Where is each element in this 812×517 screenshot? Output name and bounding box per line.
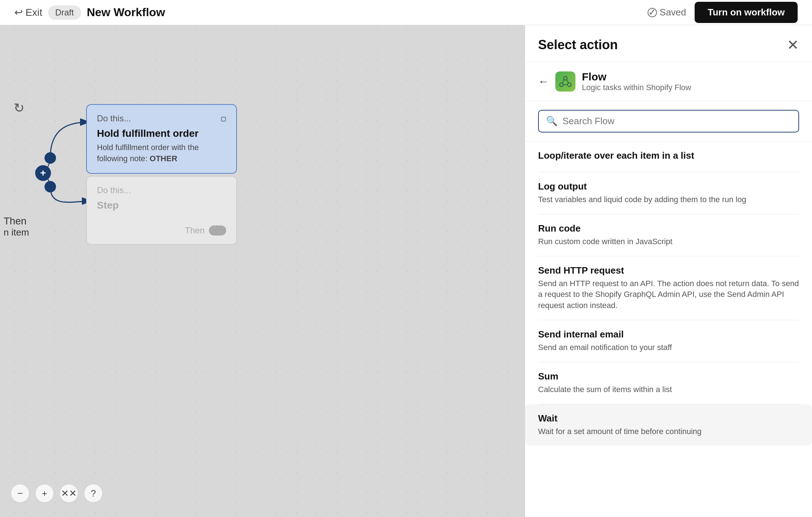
panel-title: Select action — [538, 37, 618, 52]
action-item[interactable]: Log outputTest variables and liquid code… — [538, 172, 799, 214]
saved-label: Saved — [660, 7, 686, 18]
flow-back-row: ← Flow Logic tasks within Shopify Flow — [525, 62, 812, 101]
flow-info: Flow Logic tasks within Shopify Flow — [582, 71, 799, 92]
svg-point-3 — [564, 76, 567, 80]
zoom-in-icon: + — [42, 488, 47, 499]
node-description: Hold fulfillment order with the followin… — [97, 142, 226, 164]
topbar-right: ✓ Saved Turn on workflow — [648, 2, 798, 23]
action-name: Run code — [538, 223, 799, 234]
action-item[interactable]: SumCalculate the sum of items within a l… — [538, 362, 799, 404]
action-item[interactable]: Send HTTP requestSend an HTTP request to… — [538, 256, 799, 320]
action-desc: Send an HTTP request to an API. The acti… — [538, 278, 799, 311]
action-item[interactable]: Loop/iterate over each item in a list — [538, 141, 799, 172]
zoom-out-button[interactable]: − — [11, 484, 29, 503]
fit-icon: ✕✕ — [61, 488, 77, 499]
exit-button[interactable]: ↩ Exit — [14, 6, 42, 18]
hold-fulfillment-node[interactable]: Do this... ▢ Hold fulfillment order Hold… — [86, 104, 237, 174]
step-title: Step — [97, 200, 226, 211]
action-name: Send HTTP request — [538, 265, 799, 276]
do-this-label: Do this... — [97, 113, 131, 124]
then-item-label: Then n item — [0, 208, 33, 245]
turn-on-button[interactable]: Turn on workflow — [695, 2, 798, 23]
topbar-left: ↩ Exit Draft New Workflow — [14, 5, 165, 20]
action-desc: Calculate the sum of items within a list — [538, 384, 799, 395]
step-node[interactable]: Do this... Step Then — [86, 176, 237, 245]
workflow-title: New Workflow — [87, 6, 165, 19]
add-step-button[interactable]: + — [35, 165, 51, 181]
action-list: Loop/iterate over each item in a listLog… — [525, 141, 812, 517]
action-desc: Send an email notification to your staff — [538, 342, 799, 353]
action-name: Sum — [538, 371, 799, 382]
node-title: Hold fulfillment order — [97, 128, 226, 139]
search-area: 🔍 — [525, 101, 812, 141]
saved-status: ✓ Saved — [648, 7, 686, 18]
select-action-panel: Select action ✕ ← Flow Logic tasks withi… — [525, 25, 812, 517]
search-input[interactable] — [563, 116, 791, 127]
back-button[interactable]: ← — [538, 75, 549, 88]
svg-point-1 — [45, 152, 56, 164]
panel-header: Select action ✕ — [525, 25, 812, 62]
action-name: Log output — [538, 181, 799, 192]
svg-point-2 — [45, 181, 56, 192]
action-item[interactable]: WaitWait for a set amount of time before… — [525, 404, 812, 446]
close-panel-button[interactable]: ✕ — [787, 37, 799, 53]
svg-point-5 — [568, 83, 571, 87]
node-header: Do this... ▢ — [97, 113, 226, 124]
node-desc-bold: OTHER — [150, 154, 177, 163]
help-icon: ? — [91, 488, 96, 499]
do-this-label-2: Do this... — [97, 185, 131, 195]
canvas-toolbar: − + ✕✕ ? — [11, 484, 103, 503]
action-name: Wait — [538, 413, 799, 424]
then-text: Then — [185, 225, 205, 236]
svg-line-7 — [567, 80, 569, 83]
action-item[interactable]: Run codeRun custom code written in JavaS… — [538, 214, 799, 256]
zoom-in-button[interactable]: + — [35, 484, 54, 503]
then-label: Then — [4, 215, 29, 227]
action-desc: Wait for a set amount of time before con… — [538, 426, 799, 437]
node-desc-pre: Hold fulfillment order with the followin… — [97, 143, 199, 163]
help-button[interactable]: ? — [84, 484, 103, 503]
item-label: n item — [4, 227, 29, 238]
action-name: Send internal email — [538, 329, 799, 340]
then-toggle[interactable] — [209, 225, 226, 236]
node2-header: Do this... — [97, 185, 226, 195]
node-icon: ▢ — [221, 115, 226, 122]
draft-badge: Draft — [48, 5, 81, 20]
saved-icon: ✓ — [648, 8, 657, 17]
topbar: ↩ Exit Draft New Workflow ✓ Saved Turn o… — [0, 0, 812, 25]
flow-name: Flow — [582, 71, 799, 83]
zoom-out-icon: − — [17, 488, 23, 499]
flow-icon — [555, 71, 575, 92]
action-item[interactable]: Send internal emailSend an email notific… — [538, 320, 799, 362]
search-box: 🔍 — [538, 110, 799, 132]
exit-label: Exit — [25, 7, 42, 18]
search-icon: 🔍 — [546, 116, 557, 127]
action-name: Loop/iterate over each item in a list — [538, 150, 799, 161]
fit-button[interactable]: ✕✕ — [60, 484, 78, 503]
svg-point-4 — [560, 83, 563, 87]
action-desc: Run custom code written in JavaScript — [538, 236, 799, 247]
action-desc: Test variables and liquid code by adding… — [538, 194, 799, 205]
flow-subtitle: Logic tasks within Shopify Flow — [582, 83, 799, 92]
refresh-button[interactable]: ↻ — [14, 101, 24, 116]
flow-icon-svg — [559, 75, 571, 88]
then-row: Then — [97, 225, 226, 236]
exit-icon: ↩ — [14, 6, 23, 18]
svg-line-6 — [562, 80, 564, 83]
